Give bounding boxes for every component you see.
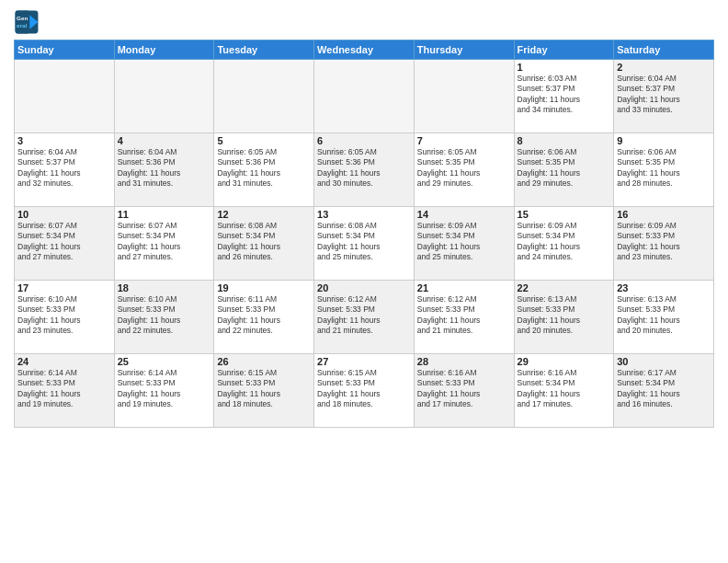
day-number: 20 [317, 282, 411, 293]
day-number: 12 [217, 209, 311, 220]
day-number: 27 [317, 356, 411, 367]
calendar-cell [15, 60, 115, 133]
day-header-sunday: Sunday [15, 40, 115, 60]
day-info: Sunrise: 6:14 AM Sunset: 5:33 PM Dayligh… [17, 368, 111, 410]
calendar-cell: 20Sunrise: 6:12 AM Sunset: 5:33 PM Dayli… [314, 281, 415, 354]
day-number: 5 [217, 135, 311, 146]
day-number: 4 [118, 135, 211, 146]
day-info: Sunrise: 6:15 AM Sunset: 5:33 PM Dayligh… [317, 368, 411, 410]
calendar-cell: 7Sunrise: 6:05 AM Sunset: 5:35 PM Daylig… [414, 133, 514, 207]
week-row-1: 1Sunrise: 6:03 AM Sunset: 5:37 PM Daylig… [15, 60, 714, 133]
calendar-cell: 11Sunrise: 6:07 AM Sunset: 5:34 PM Dayli… [114, 207, 214, 281]
day-header-monday: Monday [114, 40, 214, 60]
day-info: Sunrise: 6:14 AM Sunset: 5:33 PM Dayligh… [118, 368, 211, 410]
day-number: 26 [217, 356, 311, 367]
day-number: 10 [17, 209, 111, 220]
calendar-cell: 9Sunrise: 6:06 AM Sunset: 5:35 PM Daylig… [614, 133, 714, 207]
day-info: Sunrise: 6:09 AM Sunset: 5:33 PM Dayligh… [617, 221, 711, 263]
day-info: Sunrise: 6:04 AM Sunset: 5:36 PM Dayligh… [118, 147, 211, 190]
day-info: Sunrise: 6:10 AM Sunset: 5:33 PM Dayligh… [17, 294, 111, 337]
calendar-table: SundayMondayTuesdayWednesdayThursdayFrid… [14, 40, 714, 428]
calendar-cell: 4Sunrise: 6:04 AM Sunset: 5:36 PM Daylig… [114, 133, 214, 207]
calendar-cell: 24Sunrise: 6:14 AM Sunset: 5:33 PM Dayli… [15, 354, 115, 428]
day-header-row: SundayMondayTuesdayWednesdayThursdayFrid… [15, 40, 714, 60]
day-number: 1 [518, 62, 611, 73]
week-row-4: 17Sunrise: 6:10 AM Sunset: 5:33 PM Dayli… [15, 281, 714, 354]
calendar-cell: 21Sunrise: 6:12 AM Sunset: 5:33 PM Dayli… [414, 281, 514, 354]
logo: Gen eral [14, 9, 43, 35]
day-info: Sunrise: 6:05 AM Sunset: 5:35 PM Dayligh… [417, 147, 511, 190]
day-info: Sunrise: 6:07 AM Sunset: 5:34 PM Dayligh… [118, 221, 211, 263]
day-info: Sunrise: 6:04 AM Sunset: 5:37 PM Dayligh… [617, 74, 711, 116]
day-info: Sunrise: 6:08 AM Sunset: 5:34 PM Dayligh… [317, 221, 411, 263]
day-number: 16 [617, 209, 711, 220]
svg-text:eral: eral [17, 22, 27, 29]
day-info: Sunrise: 6:17 AM Sunset: 5:34 PM Dayligh… [617, 368, 711, 410]
day-header-thursday: Thursday [414, 40, 514, 60]
day-info: Sunrise: 6:08 AM Sunset: 5:34 PM Dayligh… [217, 221, 311, 263]
day-info: Sunrise: 6:04 AM Sunset: 5:37 PM Dayligh… [17, 147, 111, 190]
day-info: Sunrise: 6:13 AM Sunset: 5:33 PM Dayligh… [617, 294, 711, 337]
day-number: 23 [617, 282, 711, 293]
calendar-cell: 23Sunrise: 6:13 AM Sunset: 5:33 PM Dayli… [614, 281, 714, 354]
day-number: 21 [417, 282, 511, 293]
day-info: Sunrise: 6:07 AM Sunset: 5:34 PM Dayligh… [17, 221, 111, 263]
calendar-cell: 28Sunrise: 6:16 AM Sunset: 5:33 PM Dayli… [414, 354, 514, 428]
day-number: 8 [518, 135, 611, 146]
day-number: 6 [317, 135, 411, 146]
calendar-cell [114, 60, 214, 133]
day-info: Sunrise: 6:09 AM Sunset: 5:34 PM Dayligh… [417, 221, 511, 263]
week-row-5: 24Sunrise: 6:14 AM Sunset: 5:33 PM Dayli… [15, 354, 714, 428]
day-number: 30 [617, 356, 711, 367]
page: Gen eral SundayMondayTuesdayWednesdayThu… [0, 0, 728, 563]
day-header-friday: Friday [514, 40, 614, 60]
calendar-cell: 8Sunrise: 6:06 AM Sunset: 5:35 PM Daylig… [514, 133, 614, 207]
calendar-cell: 30Sunrise: 6:17 AM Sunset: 5:34 PM Dayli… [614, 354, 714, 428]
day-info: Sunrise: 6:13 AM Sunset: 5:33 PM Dayligh… [518, 294, 611, 337]
day-number: 28 [417, 356, 511, 367]
calendar-cell: 14Sunrise: 6:09 AM Sunset: 5:34 PM Dayli… [414, 207, 514, 281]
calendar-cell: 27Sunrise: 6:15 AM Sunset: 5:33 PM Dayli… [314, 354, 415, 428]
day-number: 3 [17, 135, 111, 146]
calendar-cell [214, 60, 314, 133]
day-header-saturday: Saturday [614, 40, 714, 60]
week-row-2: 3Sunrise: 6:04 AM Sunset: 5:37 PM Daylig… [15, 133, 714, 207]
day-number: 13 [317, 209, 411, 220]
calendar-cell: 1Sunrise: 6:03 AM Sunset: 5:37 PM Daylig… [514, 60, 614, 133]
calendar-cell: 10Sunrise: 6:07 AM Sunset: 5:34 PM Dayli… [15, 207, 115, 281]
day-header-tuesday: Tuesday [214, 40, 314, 60]
day-number: 19 [217, 282, 311, 293]
day-number: 24 [17, 356, 111, 367]
day-info: Sunrise: 6:16 AM Sunset: 5:33 PM Dayligh… [417, 368, 511, 410]
day-number: 9 [617, 135, 711, 146]
day-number: 15 [518, 209, 611, 220]
day-info: Sunrise: 6:05 AM Sunset: 5:36 PM Dayligh… [217, 147, 311, 190]
logo-icon: Gen eral [14, 9, 40, 35]
day-number: 29 [518, 356, 611, 367]
calendar-cell: 5Sunrise: 6:05 AM Sunset: 5:36 PM Daylig… [214, 133, 314, 207]
day-info: Sunrise: 6:10 AM Sunset: 5:33 PM Dayligh… [118, 294, 211, 337]
day-header-wednesday: Wednesday [314, 40, 415, 60]
calendar-cell [314, 60, 415, 133]
calendar-cell: 17Sunrise: 6:10 AM Sunset: 5:33 PM Dayli… [15, 281, 115, 354]
calendar-cell [414, 60, 514, 133]
day-number: 7 [417, 135, 511, 146]
day-number: 2 [617, 62, 711, 73]
week-row-3: 10Sunrise: 6:07 AM Sunset: 5:34 PM Dayli… [15, 207, 714, 281]
day-number: 17 [17, 282, 111, 293]
day-info: Sunrise: 6:12 AM Sunset: 5:33 PM Dayligh… [417, 294, 511, 337]
calendar-cell: 12Sunrise: 6:08 AM Sunset: 5:34 PM Dayli… [214, 207, 314, 281]
day-info: Sunrise: 6:11 AM Sunset: 5:33 PM Dayligh… [217, 294, 311, 337]
calendar-cell: 18Sunrise: 6:10 AM Sunset: 5:33 PM Dayli… [114, 281, 214, 354]
day-info: Sunrise: 6:15 AM Sunset: 5:33 PM Dayligh… [217, 368, 311, 410]
day-info: Sunrise: 6:06 AM Sunset: 5:35 PM Dayligh… [518, 147, 611, 190]
svg-text:Gen: Gen [17, 15, 28, 21]
calendar-cell: 16Sunrise: 6:09 AM Sunset: 5:33 PM Dayli… [614, 207, 714, 281]
calendar-cell: 3Sunrise: 6:04 AM Sunset: 5:37 PM Daylig… [15, 133, 115, 207]
day-info: Sunrise: 6:16 AM Sunset: 5:34 PM Dayligh… [518, 368, 611, 410]
day-number: 22 [518, 282, 611, 293]
calendar-cell: 26Sunrise: 6:15 AM Sunset: 5:33 PM Dayli… [214, 354, 314, 428]
day-info: Sunrise: 6:09 AM Sunset: 5:34 PM Dayligh… [518, 221, 611, 263]
calendar-cell: 6Sunrise: 6:05 AM Sunset: 5:36 PM Daylig… [314, 133, 415, 207]
calendar-cell: 19Sunrise: 6:11 AM Sunset: 5:33 PM Dayli… [214, 281, 314, 354]
